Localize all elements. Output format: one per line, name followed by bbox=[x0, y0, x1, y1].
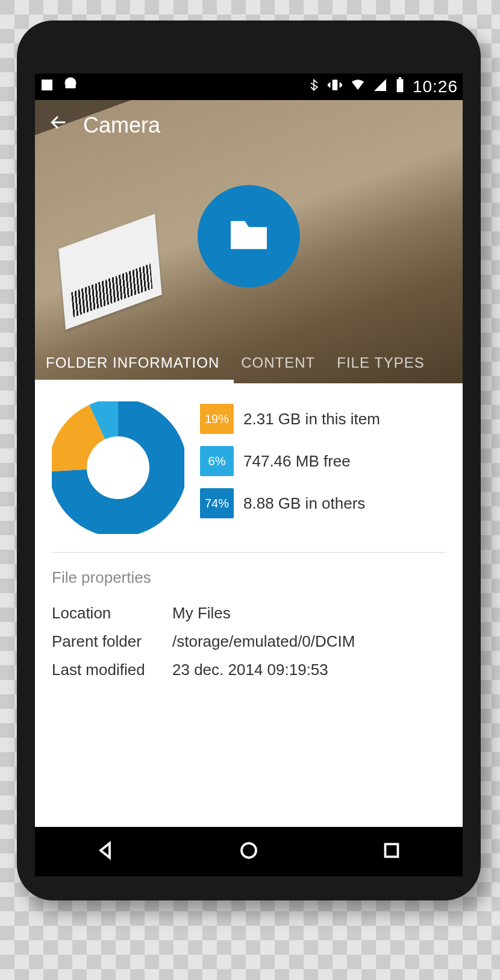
tab-file-types[interactable]: FILE TYPES bbox=[326, 341, 436, 383]
svg-rect-0 bbox=[65, 83, 75, 88]
status-clock: 10:26 bbox=[413, 77, 458, 96]
status-bar: 10:26 bbox=[35, 74, 463, 100]
svg-rect-3 bbox=[399, 77, 401, 79]
property-key: Location bbox=[52, 604, 172, 623]
box-label-decor bbox=[58, 214, 161, 330]
legend-label-free: 747.46 MB free bbox=[243, 452, 351, 471]
property-key: Last modified bbox=[52, 661, 172, 679]
svg-point-8 bbox=[242, 843, 256, 858]
wifi-icon bbox=[350, 78, 366, 96]
tab-indicator bbox=[35, 380, 234, 383]
folder-badge bbox=[198, 185, 300, 287]
cell-signal-icon bbox=[373, 78, 387, 96]
android-icon bbox=[63, 77, 78, 97]
bluetooth-icon bbox=[308, 77, 320, 97]
battery-icon bbox=[395, 77, 405, 97]
legend-label-others: 8.88 GB in others bbox=[243, 494, 365, 513]
legend-chip-this: 19% bbox=[200, 404, 234, 434]
screen: 10:26 Camera FOLDER INFORMATION CONTENT … bbox=[35, 74, 463, 876]
svg-rect-9 bbox=[385, 844, 398, 857]
android-nav-bar bbox=[35, 827, 463, 876]
svg-rect-1 bbox=[333, 80, 338, 90]
nav-back-icon[interactable] bbox=[95, 840, 117, 864]
properties-heading: File properties bbox=[52, 568, 446, 587]
folder-icon bbox=[225, 211, 273, 262]
vibrate-icon bbox=[327, 77, 343, 97]
property-key: Parent folder bbox=[52, 632, 172, 651]
svg-point-7 bbox=[93, 442, 143, 493]
page-title: Camera bbox=[83, 113, 160, 138]
property-value: My Files bbox=[172, 604, 231, 623]
nav-recents-icon[interactable] bbox=[381, 840, 402, 864]
svg-rect-2 bbox=[397, 79, 404, 92]
header-image: Camera FOLDER INFORMATION CONTENT FILE T… bbox=[35, 100, 463, 383]
legend-chip-others: 74% bbox=[200, 488, 234, 518]
legend-item-this: 19% 2.31 GB in this item bbox=[200, 404, 446, 434]
legend-label-this: 2.31 GB in this item bbox=[243, 410, 380, 429]
property-location: Location My Files bbox=[52, 599, 446, 627]
tab-bar: FOLDER INFORMATION CONTENT FILE TYPES bbox=[35, 341, 463, 383]
device-frame: 10:26 Camera FOLDER INFORMATION CONTENT … bbox=[17, 20, 481, 900]
content-area: 19% 2.31 GB in this item 6% 747.46 MB fr… bbox=[35, 383, 463, 702]
nav-home-icon[interactable] bbox=[238, 840, 260, 864]
storage-donut-chart bbox=[52, 401, 184, 534]
tab-folder-information[interactable]: FOLDER INFORMATION bbox=[35, 341, 230, 383]
property-value: 23 dec. 2014 09:19:53 bbox=[172, 661, 328, 679]
tab-content[interactable]: CONTENT bbox=[230, 341, 326, 383]
property-value: /storage/emulated/0/DCIM bbox=[172, 632, 355, 651]
property-parent: Parent folder /storage/emulated/0/DCIM bbox=[52, 627, 446, 656]
legend-chip-free: 6% bbox=[200, 446, 234, 476]
storage-legend: 19% 2.31 GB in this item 6% 747.46 MB fr… bbox=[200, 401, 446, 518]
back-icon[interactable] bbox=[48, 112, 69, 138]
storage-summary: 19% 2.31 GB in this item 6% 747.46 MB fr… bbox=[52, 401, 446, 553]
legend-item-others: 74% 8.88 GB in others bbox=[200, 488, 446, 518]
legend-item-free: 6% 747.46 MB free bbox=[200, 446, 446, 476]
property-modified: Last modified 23 dec. 2014 09:19:53 bbox=[52, 656, 446, 684]
image-notification-icon bbox=[40, 78, 54, 96]
